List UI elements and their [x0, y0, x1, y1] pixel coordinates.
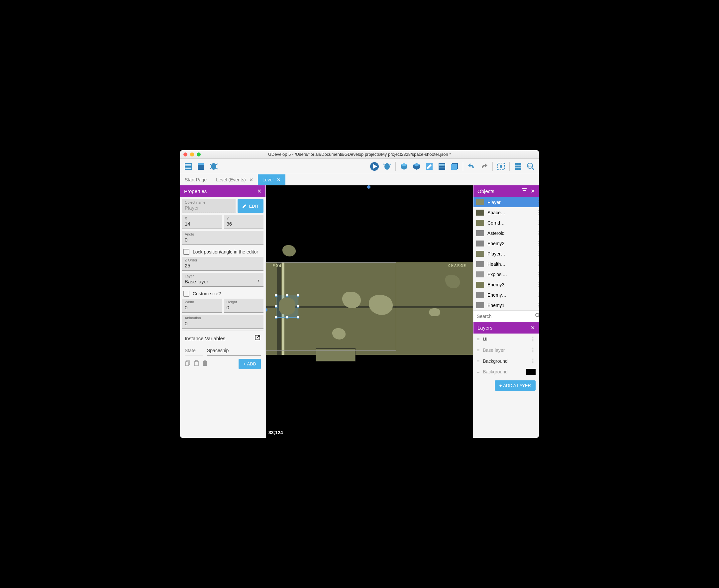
- svg-line-10: [210, 168, 211, 169]
- tab-start-page[interactable]: Start Page: [180, 174, 211, 185]
- open-external-icon[interactable]: [254, 334, 261, 342]
- variable-name-field[interactable]: State: [185, 346, 203, 355]
- tab-level[interactable]: Level✕: [258, 174, 286, 185]
- scene-canvas[interactable]: POW CHARGE 33;124: [266, 185, 473, 438]
- edit-pencil-button[interactable]: [424, 161, 435, 172]
- object-item[interactable]: Enemy3⋮: [473, 279, 539, 290]
- variable-value-field[interactable]: Spaceship: [207, 346, 261, 355]
- redo-button[interactable]: [479, 161, 490, 172]
- object-name: Corrid…: [487, 220, 533, 226]
- height-field[interactable]: Height 0: [224, 299, 264, 313]
- drag-handle-icon[interactable]: ≡: [477, 348, 480, 353]
- kebab-menu-icon[interactable]: ⋮: [536, 261, 539, 267]
- svg-rect-49: [523, 192, 525, 192]
- animation-field[interactable]: Animation 0: [182, 315, 263, 329]
- object-item[interactable]: Enemy2⋮: [473, 238, 539, 249]
- layer-item[interactable]: ≡Base layer⋮: [473, 344, 539, 355]
- play-button[interactable]: [369, 161, 380, 172]
- close-icon[interactable]: ✕: [277, 177, 281, 182]
- close-icon[interactable]: ✕: [249, 177, 253, 182]
- object-item[interactable]: Space…⋮: [473, 207, 539, 217]
- windows-button[interactable]: [449, 161, 460, 172]
- cube-button[interactable]: [411, 161, 422, 172]
- add-variable-button[interactable]: +ADD: [238, 359, 261, 369]
- minimize-window-button[interactable]: [190, 152, 194, 156]
- zoom-actual-button[interactable]: 1:1: [525, 161, 536, 172]
- undo-button[interactable]: [466, 161, 477, 172]
- object-item[interactable]: Enemy…⋮: [473, 290, 539, 300]
- close-window-button[interactable]: [184, 152, 187, 156]
- paste-icon[interactable]: [193, 360, 199, 368]
- object-thumb: [476, 199, 484, 205]
- object-thumb: [476, 302, 484, 308]
- project-manager-button[interactable]: [183, 161, 194, 172]
- grid-button[interactable]: [512, 161, 524, 172]
- object-item[interactable]: Enemy1⋮: [473, 300, 539, 310]
- layer-select[interactable]: Layer Base layer ▼: [182, 273, 263, 287]
- object-name-field: Object name Player: [182, 199, 236, 213]
- kebab-menu-icon[interactable]: ⋮: [536, 271, 539, 277]
- delete-icon[interactable]: [202, 360, 208, 368]
- drag-handle-icon[interactable]: ≡: [477, 369, 480, 374]
- width-field[interactable]: Width 0: [182, 299, 222, 313]
- object-item[interactable]: Explosi…⋮: [473, 269, 539, 279]
- edit-object-button[interactable]: EDIT: [237, 199, 263, 213]
- selection-box[interactable]: [276, 295, 298, 318]
- layer-item[interactable]: ≡Background: [473, 366, 539, 377]
- objects-search-input[interactable]: [477, 314, 535, 319]
- svg-rect-1: [185, 164, 191, 165]
- export-button[interactable]: [195, 161, 207, 172]
- kebab-menu-icon[interactable]: ⋮: [536, 209, 539, 216]
- layer-item[interactable]: ≡UI⋮: [473, 334, 539, 344]
- kebab-menu-icon[interactable]: ⋮: [536, 240, 539, 247]
- search-icon[interactable]: [535, 313, 539, 320]
- svg-rect-45: [203, 361, 207, 362]
- close-icon[interactable]: ✕: [257, 188, 261, 194]
- kebab-menu-icon[interactable]: ⋮: [530, 358, 535, 364]
- kebab-menu-icon[interactable]: ⋮: [536, 292, 539, 298]
- zoom-fit-button[interactable]: [495, 161, 507, 172]
- kebab-menu-icon[interactable]: ⋮: [536, 219, 539, 226]
- kebab-menu-icon[interactable]: ⋮: [536, 199, 539, 205]
- layers-button[interactable]: [436, 161, 447, 172]
- kebab-menu-icon[interactable]: ⋮: [536, 251, 539, 257]
- layer-item[interactable]: ≡Background⋮: [473, 355, 539, 366]
- x-field[interactable]: X 14: [182, 215, 222, 229]
- svg-rect-26: [439, 167, 445, 167]
- zoom-window-button[interactable]: [197, 152, 201, 156]
- close-icon[interactable]: ✕: [531, 188, 535, 194]
- tabbar: Start Page Level (Events)✕ Level✕: [180, 174, 539, 185]
- y-field[interactable]: Y 36: [224, 215, 264, 229]
- svg-line-51: [538, 316, 539, 318]
- kebab-menu-icon[interactable]: ⋮: [530, 336, 535, 342]
- object-thumb: [476, 220, 484, 226]
- close-icon[interactable]: ✕: [531, 324, 535, 331]
- toolbar: 1:1: [180, 159, 539, 174]
- cube-add-button[interactable]: [398, 161, 410, 172]
- debug-play-button[interactable]: [381, 161, 393, 172]
- drag-handle-icon[interactable]: ≡: [477, 337, 480, 342]
- cursor-coords: 33;124: [269, 430, 283, 435]
- object-item[interactable]: Player…⋮: [473, 249, 539, 259]
- kebab-menu-icon[interactable]: ⋮: [536, 230, 539, 236]
- svg-point-14: [384, 163, 390, 170]
- object-item[interactable]: Corrid…⋮: [473, 217, 539, 228]
- object-item[interactable]: Asteroid⋮: [473, 228, 539, 238]
- copy-icon[interactable]: [185, 360, 191, 368]
- kebab-menu-icon[interactable]: ⋮: [536, 302, 539, 308]
- svg-rect-6: [198, 163, 204, 165]
- kebab-menu-icon[interactable]: ⋮: [530, 347, 535, 353]
- layer-color-swatch[interactable]: [526, 369, 535, 375]
- drag-handle-icon[interactable]: ≡: [477, 358, 480, 364]
- object-item[interactable]: Player⋮: [473, 197, 539, 207]
- angle-field[interactable]: Angle 0: [182, 231, 263, 245]
- object-item[interactable]: Health…⋮: [473, 259, 539, 269]
- add-layer-button[interactable]: +ADD A LAYER: [495, 380, 535, 391]
- lock-checkbox[interactable]: [184, 249, 189, 255]
- zorder-field[interactable]: Z Order 25: [182, 257, 263, 271]
- kebab-menu-icon[interactable]: ⋮: [536, 281, 539, 288]
- custom-size-checkbox[interactable]: [184, 291, 189, 297]
- filter-icon[interactable]: [522, 188, 527, 194]
- tab-level-events[interactable]: Level (Events)✕: [211, 174, 257, 185]
- debug-button[interactable]: [208, 161, 219, 172]
